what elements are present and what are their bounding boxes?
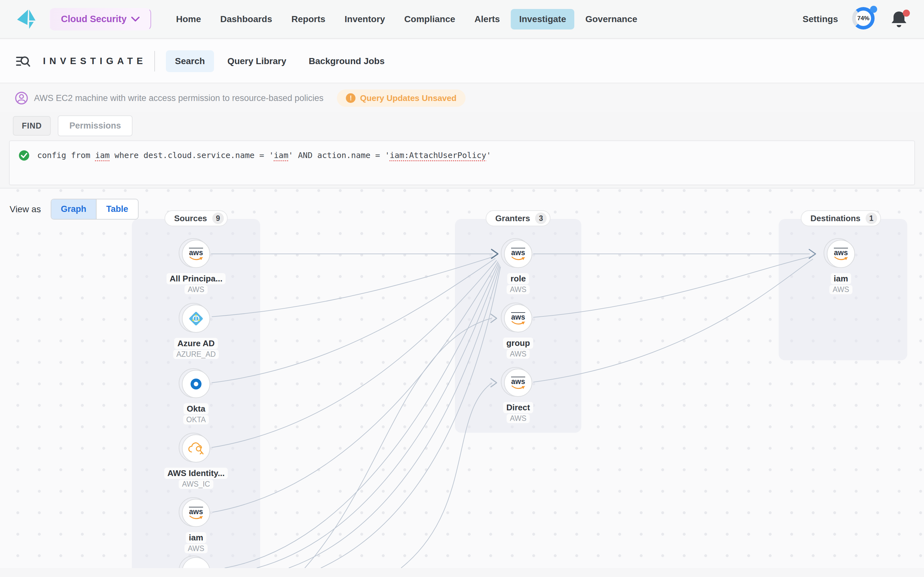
node-azure-ad[interactable]: Azure AD AZURE_AD	[158, 305, 234, 359]
notification-badge-dot	[903, 10, 910, 17]
node-label: Direct	[503, 402, 533, 413]
node-label: role	[507, 273, 529, 284]
nav-item-reports[interactable]: Reports	[283, 9, 334, 29]
view-toggle: Graph Table	[51, 199, 139, 219]
user-avatar-icon	[15, 91, 28, 105]
investigate-wordmark: INVESTIGATE	[43, 56, 147, 66]
node-all-principals[interactable]: aws All Principa... AWS	[158, 240, 234, 294]
query-unsaved-badge[interactable]: ! Query Updates Unsaved	[337, 89, 465, 107]
aws-icon: aws	[511, 377, 525, 389]
sources-count-badge: 9	[212, 213, 224, 224]
aws-icon: aws	[189, 248, 203, 260]
node-sublabel: OKTA	[183, 415, 209, 424]
sources-header-label: Sources	[174, 213, 207, 223]
node-role[interactable]: aws role AWS	[480, 240, 557, 294]
nav-item-dashboards[interactable]: Dashboards	[212, 9, 280, 29]
nav-item-inventory[interactable]: Inventory	[336, 9, 393, 29]
node-partial-clipped[interactable]	[158, 557, 234, 568]
tab-search[interactable]: Search	[166, 50, 214, 72]
warning-icon: !	[346, 93, 355, 103]
azure-ad-icon	[188, 310, 204, 327]
chevron-down-icon	[131, 16, 140, 22]
node-sublabel: AWS	[507, 350, 530, 359]
node-label: AWS Identity...	[164, 468, 228, 479]
node-iam-destination[interactable]: aws iam AWS	[803, 240, 879, 294]
destinations-count-badge: 1	[866, 213, 877, 224]
score-progress-ring[interactable]: 74%	[852, 7, 877, 31]
node-label: iam	[830, 273, 851, 284]
node-direct[interactable]: aws Direct AWS	[480, 369, 557, 423]
graph-canvas[interactable]: View as Graph Table	[0, 189, 924, 568]
find-row: FIND Permissions	[13, 115, 132, 136]
granters-column-header[interactable]: Granters 3	[486, 210, 551, 226]
node-label: group	[503, 338, 533, 349]
progress-notification-dot	[870, 6, 877, 13]
sources-column-header[interactable]: Sources 9	[165, 210, 228, 226]
node-sublabel: AWS	[507, 414, 530, 423]
query-editor[interactable]: config from iam where dest.cloud.service…	[9, 140, 915, 185]
permissions-chip[interactable]: Permissions	[58, 115, 132, 136]
find-keyword-chip: FIND	[13, 116, 51, 135]
node-aws-identity-center[interactable]: AWS Identity... AWS_IC	[158, 434, 234, 489]
product-switcher-label: Cloud Security	[61, 14, 127, 24]
node-label: Okta	[184, 403, 208, 414]
investigate-tabs: Search Query Library Background Jobs	[166, 50, 394, 72]
vertical-divider	[154, 51, 155, 71]
granters-count-badge: 3	[535, 213, 547, 224]
destinations-header-label: Destinations	[811, 213, 861, 223]
query-text[interactable]: config from iam where dest.cloud.service…	[37, 149, 491, 161]
notifications-button[interactable]	[891, 10, 909, 28]
graph-edges	[0, 189, 924, 568]
main-nav: Home Dashboards Reports Inventory Compli…	[168, 9, 646, 29]
query-valid-check-icon	[19, 150, 29, 161]
nav-item-investigate[interactable]: Investigate	[511, 9, 574, 29]
aws-icon: aws	[511, 312, 525, 325]
node-sublabel: AWS	[829, 285, 853, 294]
settings-button[interactable]: Settings	[803, 14, 838, 24]
nav-item-home[interactable]: Home	[168, 9, 210, 29]
node-sublabel: AZURE_AD	[173, 350, 219, 359]
nav-item-alerts[interactable]: Alerts	[466, 9, 508, 29]
node-sublabel: AWS	[184, 285, 208, 294]
query-title: AWS EC2 machine with write access permis…	[34, 93, 323, 103]
product-switcher-dropdown[interactable]: Cloud Security	[49, 8, 151, 31]
node-label: iam	[186, 532, 207, 543]
node-sublabel: AWS	[184, 544, 208, 553]
query-header-row: AWS EC2 machine with write access permis…	[0, 84, 924, 112]
top-app-bar: Cloud Security Home Dashboards Reports I…	[0, 0, 924, 39]
aws-icon: aws	[511, 248, 525, 260]
view-as-label: View as	[10, 204, 41, 214]
nav-item-compliance[interactable]: Compliance	[396, 9, 464, 29]
node-sublabel: AWS_IC	[179, 480, 213, 489]
aws-identity-center-icon	[187, 441, 205, 456]
progress-value: 74%	[856, 11, 871, 26]
node-okta[interactable]: Okta OKTA	[158, 370, 234, 424]
node-label: All Principa...	[166, 273, 226, 284]
topbar-right-actions: Settings 74%	[803, 7, 924, 31]
node-label: Azure AD	[174, 338, 218, 349]
granters-header-label: Granters	[495, 213, 530, 223]
search-list-icon	[15, 53, 31, 69]
node-group[interactable]: aws group AWS	[480, 304, 557, 359]
destinations-column-header[interactable]: Destinations 1	[801, 210, 881, 226]
nav-item-governance[interactable]: Governance	[577, 9, 646, 29]
node-sublabel: AWS	[507, 285, 530, 294]
unsaved-badge-label: Query Updates Unsaved	[360, 93, 457, 103]
tab-query-library[interactable]: Query Library	[218, 50, 296, 72]
tab-background-jobs[interactable]: Background Jobs	[300, 50, 393, 72]
view-toggle-graph[interactable]: Graph	[51, 199, 97, 219]
node-iam-source[interactable]: aws iam AWS	[158, 499, 234, 553]
okta-icon	[191, 379, 202, 390]
aws-icon: aws	[834, 248, 848, 260]
app-logo-icon	[15, 7, 37, 31]
view-as-control: View as Graph Table	[10, 199, 139, 219]
investigate-toolbar: INVESTIGATE Search Query Library Backgro…	[0, 39, 924, 83]
aws-icon: aws	[189, 507, 203, 519]
view-toggle-table[interactable]: Table	[97, 199, 138, 219]
